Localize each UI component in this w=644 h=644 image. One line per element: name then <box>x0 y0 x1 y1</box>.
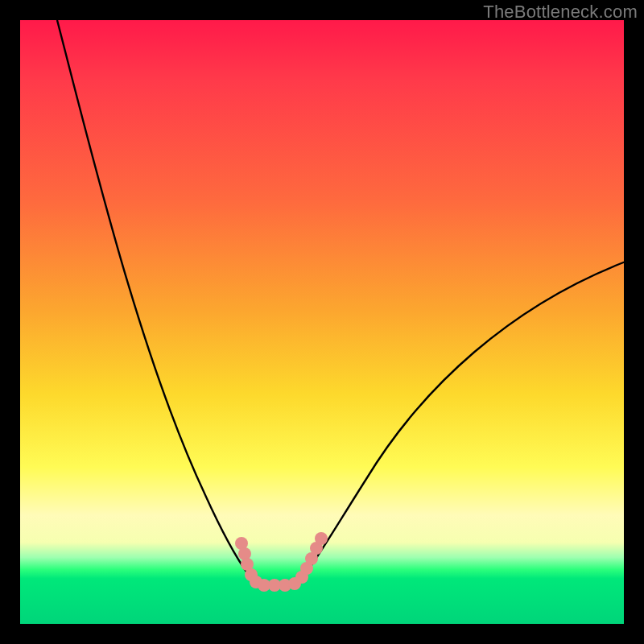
plot-area <box>20 20 624 624</box>
curve-layer <box>20 20 624 624</box>
bottleneck-curve <box>57 20 625 584</box>
attribution-text: TheBottleneck.com <box>483 2 638 23</box>
marker-dots <box>235 532 328 592</box>
svg-point-13 <box>315 532 328 545</box>
chart-frame: TheBottleneck.com <box>0 0 644 644</box>
